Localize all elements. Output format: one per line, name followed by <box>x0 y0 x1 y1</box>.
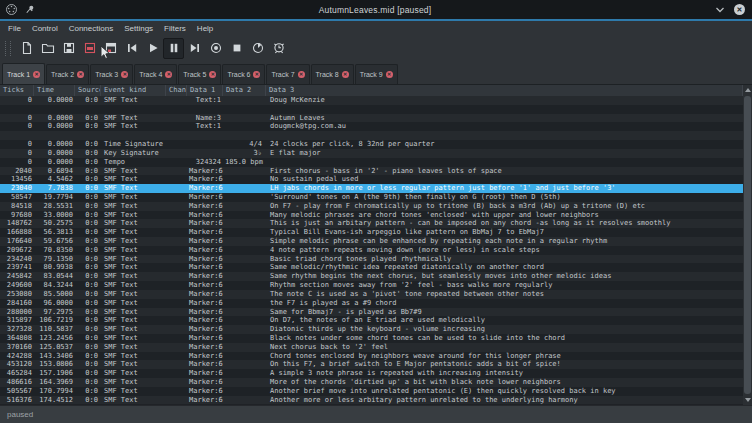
tab-track-2[interactable]: Track 2✕ <box>46 64 89 84</box>
skip-to-start-button[interactable] <box>121 38 142 59</box>
table-row[interactable]: 505567170.79940:0SMF TextMarker:6Another… <box>0 387 752 396</box>
column-header-time[interactable]: Time <box>34 85 75 96</box>
tab-close-button[interactable]: ✕ <box>253 71 260 78</box>
table-row[interactable]: 00.00000:0SMF TextText:1Doug McKenzie <box>0 96 752 105</box>
tab-close-button[interactable]: ✕ <box>342 71 349 78</box>
metronome-button[interactable] <box>268 38 289 59</box>
stop-button[interactable] <box>226 38 247 59</box>
save-button[interactable] <box>58 38 79 59</box>
tab-track-1[interactable]: Track 1✕ <box>2 63 45 84</box>
cell-event-kind: SMF Text <box>101 396 166 405</box>
close-button[interactable]: ✕ <box>734 4 745 15</box>
record-smf-button[interactable] <box>79 38 100 59</box>
vertical-scrollbar[interactable] <box>743 85 752 405</box>
table-row[interactable]: 28800097.29750:0SMF TextMarker:6Same for… <box>0 308 752 317</box>
table-row[interactable]: 465284157.19060:0SMF TextMarker:6A simpl… <box>0 369 752 378</box>
scroll-up-button[interactable] <box>743 85 752 95</box>
tab-track-5[interactable]: Track 5✕ <box>178 64 221 84</box>
menu-filters[interactable]: Filters <box>164 24 186 33</box>
table-row[interactable]: 28416096.00000:0SMF TextMarker:6the F7 i… <box>0 299 752 308</box>
menu-settings[interactable]: Settings <box>124 24 153 33</box>
tab-close-button[interactable]: ✕ <box>165 71 172 78</box>
table-row[interactable]: 516376174.45120:0SMF TextMarker:6Another… <box>0 396 752 405</box>
table-row[interactable]: 17664059.67560:0SMF TextMarker:6Simple m… <box>0 237 752 246</box>
table-row[interactable]: 230407.78380:0SMF TextMarker:6LH jabs ch… <box>0 184 752 193</box>
open-button[interactable] <box>37 38 58 59</box>
column-header-event-kind[interactable]: Event kind <box>101 85 166 96</box>
cell-time: 80.9938 <box>34 263 75 272</box>
tab-track-4[interactable]: Track 4✕ <box>134 64 177 84</box>
tab-close-button[interactable]: ✕ <box>121 71 128 78</box>
table-row[interactable]: 24960084.32440:0SMF TextMarker:6Rhythm s… <box>0 281 752 290</box>
table-row[interactable]: 14876250.25750:0SMF TextMarker:6This is … <box>0 219 752 228</box>
cell-chan <box>166 334 187 343</box>
scroll-down-button[interactable] <box>743 395 752 405</box>
new-button[interactable] <box>16 38 37 59</box>
pause-button[interactable] <box>163 38 184 59</box>
table-row[interactable]: 370160125.05370:0SMF TextMarker:6Next ch… <box>0 343 752 352</box>
column-header-data-2[interactable]: Data 2 <box>223 85 266 96</box>
tab-close-button[interactable]: ✕ <box>209 71 216 78</box>
cell-event-kind: SMF Text <box>101 290 166 299</box>
skip-to-end-button[interactable] <box>184 38 205 59</box>
table-row[interactable]: 486616164.39690:0SMF TextMarker:6More of… <box>0 378 752 387</box>
table-row[interactable]: 00.00000:0SMF TextName:3Autumn Leaves <box>0 114 752 123</box>
timer-button[interactable] <box>247 38 268 59</box>
table-row[interactable]: 00.00000:0Key Signature3♭E flat major <box>0 149 752 158</box>
cell-event-kind: SMF Text <box>101 219 166 228</box>
column-header-chan[interactable]: Chan <box>166 85 187 96</box>
table-row[interactable]: 23424079.13500:0SMF TextMarker:6Basic tr… <box>0 255 752 264</box>
table-row[interactable]: 9768033.00000:0SMF TextMarker:6Many melo… <box>0 211 752 220</box>
table-row[interactable]: 327328110.58370:0SMF TextMarker:6Diatoni… <box>0 325 752 334</box>
table-row[interactable]: 16688856.38130:0SMF TextMarker:6Typical … <box>0 228 752 237</box>
column-header-source[interactable]: Source <box>75 85 101 96</box>
table-row[interactable] <box>0 131 752 140</box>
table-row[interactable]: 23974180.99380:0SMF TextMarker:6Same mel… <box>0 263 752 272</box>
titlebar-right: ✕ <box>655 4 752 15</box>
table-row[interactable]: 25308085.50000:0SMF TextMarker:6The note… <box>0 290 752 299</box>
scrollbar-thumb[interactable] <box>744 96 751 394</box>
table-row[interactable]: 20967270.83500:0SMF TextMarker:64 note p… <box>0 246 752 255</box>
table-row[interactable]: 424288143.34060:0SMF TextMarker:6Chord t… <box>0 352 752 361</box>
table-row[interactable]: 364808123.24560:0SMF TextMarker:6Black n… <box>0 334 752 343</box>
tab-track-7[interactable]: Track 7✕ <box>266 64 309 84</box>
column-header-ticks[interactable]: Ticks <box>0 85 34 96</box>
cell-data3: Same rhythm begins the next chorus, but … <box>266 272 743 281</box>
tab-close-button[interactable]: ✕ <box>77 71 84 78</box>
column-header-data-1[interactable]: Data 1 <box>187 85 223 96</box>
cell-event-kind: SMF Text <box>101 369 166 378</box>
menu-file[interactable]: File <box>8 24 21 33</box>
toolbar-drag-handle[interactable] <box>5 41 11 56</box>
tab-track-9[interactable]: Track 9✕ <box>355 64 398 84</box>
table-row[interactable]: 5854719.77940:0SMF TextMarker:6'Surround… <box>0 193 752 202</box>
tab-close-button[interactable]: ✕ <box>33 71 40 78</box>
column-header-data-3[interactable]: Data 3 <box>266 85 743 96</box>
table-row[interactable]: 134564.54620:0SMF TextMarker:6No sustain… <box>0 175 752 184</box>
record-button[interactable] <box>205 38 226 59</box>
menu-control[interactable]: Control <box>32 24 58 33</box>
table-row[interactable]: 00.00000:0Tempo324324185.0 bpm <box>0 158 752 167</box>
scrollbar-track[interactable] <box>744 95 751 395</box>
table-row[interactable]: 453120153.08060:0SMF TextMarker:6On this… <box>0 360 752 369</box>
tab-track-8[interactable]: Track 8✕ <box>311 64 354 84</box>
tab-close-button[interactable]: ✕ <box>298 71 305 78</box>
menu-help[interactable]: Help <box>197 24 213 33</box>
table-row[interactable]: 20400.68940:0SMF TextMarker:6First choru… <box>0 167 752 176</box>
cell-data3: Same for Bbmaj7 - is played as Bb7#9 <box>266 308 743 317</box>
tab-track-3[interactable]: Track 3✕ <box>90 64 133 84</box>
table-row[interactable] <box>0 105 752 114</box>
table-row[interactable]: 00.00000:0Time Signature4/424 clocks per… <box>0 140 752 149</box>
cell-data3: First chorus - bass in '2' - piano leave… <box>266 167 743 176</box>
table-row[interactable]: 24584283.05440:0SMF TextMarker:6Same rhy… <box>0 272 752 281</box>
menu-connections[interactable]: Connections <box>69 24 113 33</box>
table-row[interactable]: 00.00000:0SMF TextText:1dougmck@tpg.com.… <box>0 122 752 131</box>
tab-close-button[interactable]: ✕ <box>386 71 393 78</box>
tab-track-6[interactable]: Track 6✕ <box>222 64 265 84</box>
pin-icon[interactable] <box>24 4 35 15</box>
shade-chevron-icon[interactable] <box>715 6 725 14</box>
table-row[interactable]: 315897106.72190:0SMF TextMarker:6On D7, … <box>0 316 752 325</box>
table-row[interactable]: 8451828.55310:0SMF TextMarker:6On F7 - p… <box>0 202 752 211</box>
cell-time: 143.3406 <box>34 352 75 361</box>
title-bar[interactable]: AutumnLeaves.mid [paused] ✕ <box>0 0 752 19</box>
play-button[interactable] <box>142 38 163 59</box>
